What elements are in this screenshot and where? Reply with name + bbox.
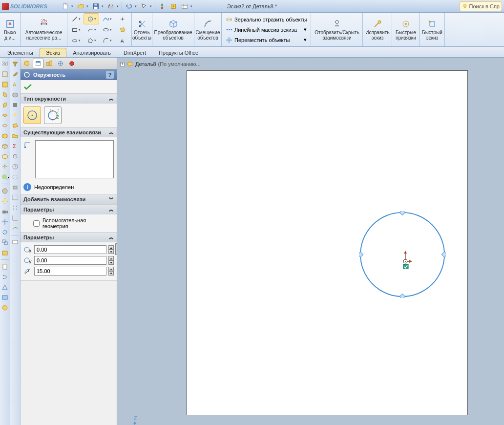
origin-icon[interactable] — [0, 283, 9, 292]
fm-ref-icon[interactable] — [11, 213, 20, 222]
tab-sketch[interactable]: Эскиз — [40, 48, 66, 57]
appearance-filter-icon[interactable]: ▾ — [0, 172, 9, 181]
spin-down-button[interactable]: ▼ — [108, 271, 114, 276]
fm-feather-icon[interactable] — [11, 70, 20, 79]
camera-icon[interactable] — [0, 207, 9, 216]
dimetric-icon[interactable] — [0, 152, 9, 161]
smart-dimension-button[interactable]: 25 Автоматическое нанесение ра... — [21, 13, 67, 46]
section-header[interactable]: Параметры︽ — [21, 205, 117, 214]
feature-works-icon[interactable] — [0, 248, 9, 257]
select-button[interactable] — [139, 1, 149, 11]
display-relations-button[interactable]: Отобразить/Скрыть взаимосвязи — [311, 13, 363, 46]
repair-sketch-button[interactable]: Исправить эскиз — [363, 13, 392, 46]
spline-tool[interactable]: ▾ — [100, 14, 114, 24]
fm-filter-icon[interactable] — [11, 60, 20, 68]
plane-tool[interactable] — [115, 24, 130, 35]
fm-plane-icon[interactable] — [11, 121, 20, 130]
spin-up-button[interactable]: ▲ — [108, 245, 114, 250]
dropdown-icon[interactable]: ▾ — [102, 4, 105, 8]
arc-tool[interactable]: ▾ — [84, 24, 99, 35]
circle-tool[interactable]: ▾ — [84, 14, 99, 24]
save-button[interactable] — [90, 1, 101, 11]
move-icon[interactable] — [0, 217, 9, 226]
mirror-entities-button[interactable]: Зеркально отразить объекты — [224, 14, 309, 24]
section-header[interactable]: Параметры︽ — [21, 233, 117, 242]
offset-entities-button[interactable]: Смещение объектов — [194, 13, 222, 46]
new-doc-button[interactable] — [60, 1, 71, 11]
tab-office[interactable]: Продукты Office — [152, 48, 205, 57]
fm-display-icon[interactable] — [11, 238, 20, 247]
left-view-icon[interactable] — [0, 90, 9, 99]
graphics-area[interactable]: + Деталь8 (По умолчанию... Z — [117, 58, 504, 425]
fm-sketch-icon[interactable] — [11, 193, 20, 202]
pm-help-button[interactable]: ? — [106, 71, 114, 79]
fm-cube-icon[interactable] — [11, 172, 20, 181]
trim-button[interactable]: Отсечь объекты — [132, 13, 152, 46]
fm-annotations-icon[interactable]: A — [11, 80, 20, 89]
rebuild-button[interactable] — [157, 1, 168, 11]
dropdown-icon[interactable]: ▾ — [71, 4, 75, 8]
ellipse-tool[interactable]: ▾ — [100, 24, 114, 35]
pm-tab-display-manager[interactable] — [66, 59, 77, 68]
normal-to-icon[interactable] — [0, 162, 9, 171]
fm-history-icon[interactable] — [11, 162, 20, 171]
relations-listbox[interactable] — [35, 140, 114, 178]
fm-folder-icon[interactable] — [11, 131, 20, 140]
rapid-sketch-button[interactable]: Быстрый эскиз — [420, 13, 445, 46]
convert-entities-button[interactable]: Преобразование объектов — [152, 13, 194, 46]
perimeter-circle-button[interactable]: 123 — [44, 106, 62, 124]
fm-material-icon[interactable] — [11, 101, 20, 109]
fm-block-icon[interactable] — [11, 183, 20, 191]
sphere-icon[interactable] — [0, 187, 9, 195]
doc-icon[interactable] — [0, 262, 9, 271]
scale-icon[interactable] — [0, 238, 9, 247]
section-header[interactable]: Тип окружности︽ — [21, 94, 117, 104]
fm-sensor-icon[interactable] — [11, 152, 20, 161]
pm-tab-dimxpert-manager[interactable] — [55, 59, 66, 68]
properties-button[interactable] — [179, 1, 190, 11]
linear-pattern-button[interactable]: Линейный массив эскиза▾ — [224, 24, 309, 35]
pm-tab-config-manager[interactable] — [44, 59, 55, 68]
rectangle-tool[interactable]: ▾ — [68, 24, 83, 35]
expand-icon[interactable]: + — [120, 62, 125, 66]
dropdown-icon[interactable]: ▾ — [86, 4, 90, 8]
move-entities-button[interactable]: Переместить объекты▾ — [224, 35, 309, 45]
fm-equations-icon[interactable]: Σ — [11, 142, 20, 150]
bottom-view-icon[interactable] — [0, 121, 9, 130]
front-view-icon[interactable] — [0, 70, 9, 79]
iso-view-icon[interactable] — [0, 131, 9, 140]
fm-pattern-icon[interactable] — [11, 203, 20, 212]
3d-views-icon[interactable]: 3d — [0, 60, 9, 68]
exit-sketch-button[interactable]: Выхо д и... — [0, 13, 21, 46]
feature-tree-flyout[interactable]: + Деталь8 (По умолчанию... — [120, 61, 201, 67]
dropdown-icon[interactable]: ▾ — [135, 4, 138, 8]
spin-down-button[interactable]: ▼ — [108, 250, 114, 254]
top-view-icon[interactable] — [0, 111, 9, 120]
dropdown-icon[interactable]: ▾ — [150, 4, 153, 8]
line-tool[interactable]: ▾ — [68, 14, 83, 24]
trimetric-icon[interactable] — [0, 142, 9, 150]
fm-lights-icon[interactable] — [11, 111, 20, 120]
dropdown-icon[interactable]: ▾ — [117, 4, 120, 8]
center-circle-button[interactable] — [23, 106, 41, 124]
undo-button[interactable] — [124, 1, 134, 11]
tab-evaluate[interactable]: Анализировать — [66, 48, 117, 57]
slot-tool[interactable]: ▾ — [68, 35, 83, 45]
pm-tab-feature-tree[interactable] — [21, 59, 32, 68]
text-tool[interactable]: A — [115, 35, 130, 45]
center-y-input[interactable] — [34, 256, 106, 265]
tab-features[interactable]: Элементы — [1, 48, 40, 57]
fm-curve-icon[interactable] — [11, 224, 20, 233]
tree-icon[interactable] — [0, 273, 9, 281]
tab-dimxpert[interactable]: DimXpert — [117, 48, 152, 57]
section-header[interactable]: Существующие взаимосвязи︽ — [21, 128, 117, 137]
decal-icon[interactable] — [0, 293, 9, 302]
open-doc-button[interactable] — [75, 1, 86, 11]
right-view-icon[interactable] — [0, 101, 9, 109]
back-view-icon[interactable] — [0, 80, 9, 89]
rotate-icon[interactable] — [0, 228, 9, 236]
fillet-tool[interactable]: ▾ — [100, 35, 114, 45]
options-button[interactable] — [168, 1, 179, 11]
section-header[interactable]: Добавить взаимосвязи︾ — [21, 194, 117, 204]
point-tool[interactable] — [115, 14, 130, 24]
